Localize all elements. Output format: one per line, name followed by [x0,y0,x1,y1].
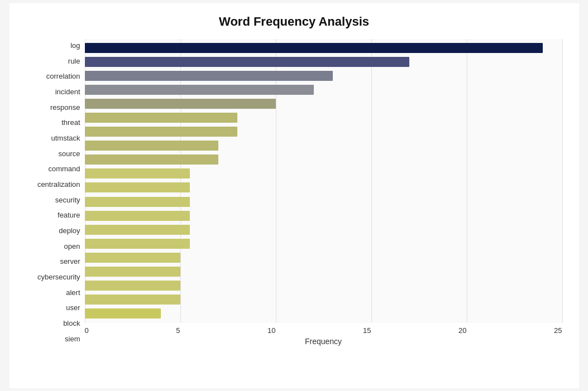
bar-row [85,83,562,97]
y-label: block [26,317,80,330]
bar-row [85,69,562,83]
y-label: cybersecurity [26,271,80,284]
bar-row [85,292,562,306]
x-tick: 10 [267,326,275,335]
y-label: log [26,39,80,52]
bar-row [85,278,562,292]
y-label: source [26,147,80,160]
y-label: incident [26,85,80,99]
bars-and-xaxis: 0510152025 Frequency [85,39,562,346]
bar [85,71,333,81]
bar-row [85,153,562,167]
y-label: server [26,255,80,268]
bars-wrapper [85,39,562,323]
chart-title: Word Frequency Analysis [26,15,562,29]
y-label: centralization [26,178,80,191]
bar [85,99,276,109]
bar [85,155,218,165]
bar [85,211,190,221]
bar-row [85,41,562,55]
bar-row [85,195,562,209]
x-axis: 0510152025 [85,323,562,335]
bar [85,113,238,123]
bar-row [85,125,562,139]
bar-row [85,97,562,111]
y-label: deploy [26,224,80,238]
y-label: command [26,162,80,176]
y-label: rule [26,54,80,67]
bar [85,281,180,291]
y-label: feature [26,209,80,222]
y-label: correlation [26,70,80,83]
bar-row [85,209,562,223]
y-label: utmstack [26,132,80,145]
grid-line [562,39,563,323]
bar [85,57,409,67]
x-tick: 5 [176,326,180,335]
bar [85,141,218,151]
bar [85,43,543,53]
y-label: threat [26,116,80,129]
x-tick: 20 [458,326,466,335]
y-label: alert [26,286,80,299]
y-axis: logrulecorrelationincidentresponsethreat… [26,39,85,346]
bar [85,239,190,249]
x-tick: 25 [554,326,562,335]
bar-row [85,236,562,250]
bar-row [85,111,562,125]
bar-row [85,223,562,236]
bar-row [85,250,562,264]
bar [85,127,238,137]
x-tick: 15 [363,326,371,335]
bar [85,253,180,263]
bar-row [85,306,562,320]
y-label: response [26,100,80,114]
bar [85,295,180,305]
bar [85,168,190,178]
y-label: siem [26,332,80,345]
bar-row [85,181,562,195]
bar-row [85,264,562,278]
x-axis-label: Frequency [85,337,562,346]
bar [85,308,161,318]
bars-list [85,39,562,323]
bar [85,85,314,95]
y-label: open [26,239,80,253]
y-label: security [26,193,80,206]
bar [85,267,180,277]
bar [85,225,190,235]
x-tick: 0 [85,326,89,335]
chart-container: Word Frequency Analysis logrulecorrelati… [9,3,579,388]
bar-row [85,55,562,69]
bar-row [85,167,562,181]
bar [85,182,190,192]
chart-area: logrulecorrelationincidentresponsethreat… [26,39,562,346]
bar [85,197,190,207]
bar-row [85,139,562,153]
y-label: user [26,301,80,315]
